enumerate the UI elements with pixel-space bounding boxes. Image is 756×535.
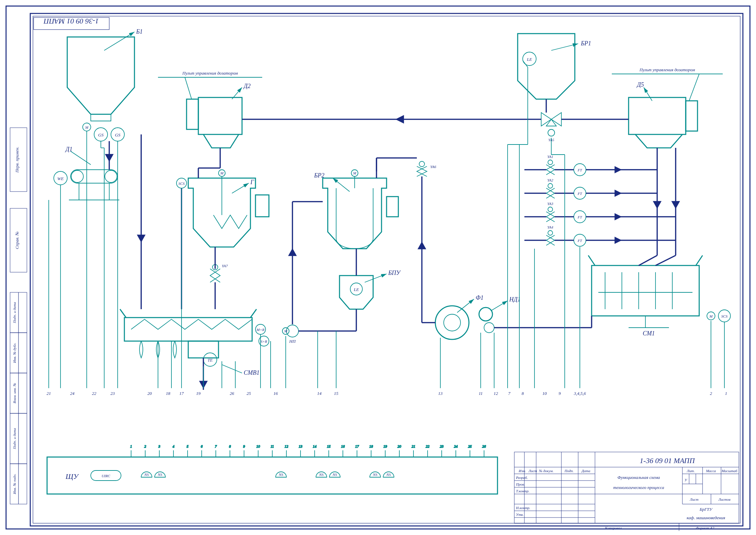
dosing-lines: YA1 YA2 YA3 YA4 FT FT FT FT	[546, 155, 586, 246]
svg-text:4: 4	[172, 444, 174, 448]
svg-point-23	[105, 170, 117, 182]
svg-text:16: 16	[341, 444, 345, 448]
svg-text:Д2: Д2	[243, 83, 250, 89]
wire-numbers: 21 24 22 23 20 18 17 19 26 25 16 14 15 1…	[47, 391, 727, 396]
svg-text:10: 10	[543, 391, 547, 396]
svg-text:11: 11	[479, 391, 483, 396]
svg-line-31	[551, 44, 578, 50]
valve-ya6: YA6	[417, 161, 436, 176]
svg-text:17: 17	[180, 391, 184, 396]
svg-text:БР2: БР2	[314, 172, 324, 179]
svg-line-69	[457, 299, 474, 313]
svg-text:NS: NS	[158, 472, 162, 477]
svg-text:FT: FT	[578, 239, 583, 243]
side-label: Подп. и дата	[12, 428, 16, 449]
svg-text:19: 19	[384, 444, 388, 448]
svg-text:2: 2	[144, 444, 146, 448]
svg-text:ЩУ: ЩУ	[65, 472, 79, 481]
svg-text:Масса: Масса	[706, 469, 716, 473]
svg-point-99	[286, 325, 299, 337]
svg-text:1: 1	[725, 391, 727, 396]
svg-text:Копировал: Копировал	[605, 526, 622, 530]
svg-text:11: 11	[271, 444, 274, 448]
svg-text:YA6: YA6	[430, 165, 436, 169]
svg-line-42	[185, 77, 192, 99]
svg-text:18: 18	[369, 444, 373, 448]
svg-text:НД1: НД1	[509, 296, 520, 303]
svg-text:M: M	[220, 171, 224, 175]
vessel-br2: M БР2	[314, 170, 398, 249]
svg-text:LE: LE	[353, 287, 359, 292]
svg-line-61	[333, 178, 350, 192]
svg-text:M: M	[284, 329, 287, 333]
svg-text:7: 7	[508, 391, 511, 396]
svg-text:БР1: БР1	[581, 40, 591, 47]
svg-text:22: 22	[426, 444, 430, 448]
filter-f1: Ф1	[435, 294, 483, 339]
side-label: Справ. №	[14, 232, 19, 249]
svg-text:YA3: YA3	[547, 202, 553, 206]
svg-text:Пульт управления дозатором: Пульт управления дозатором	[639, 67, 695, 72]
svg-text:каф. машиноведения: каф. машиноведения	[687, 515, 725, 520]
svg-text:Пров.: Пров.	[516, 482, 525, 486]
svg-text:20: 20	[398, 444, 402, 448]
svg-point-67	[435, 306, 469, 339]
side-label: Инв. № подл.	[12, 474, 16, 495]
svg-text:NS: NS	[386, 472, 391, 477]
svg-text:15: 15	[327, 444, 331, 448]
svg-text:Б1: Б1	[136, 28, 143, 35]
svg-text:Листов: Листов	[718, 497, 730, 501]
svg-text:UIRC: UIRC	[102, 474, 110, 478]
svg-line-73	[491, 301, 508, 311]
svg-text:25: 25	[247, 391, 251, 396]
svg-text:TE: TE	[207, 358, 212, 363]
svg-text:Д1: Д1	[65, 146, 72, 153]
svg-text:Лист: Лист	[689, 497, 699, 501]
valve-ya7: YA7	[210, 264, 228, 282]
svg-text:YA4: YA4	[547, 225, 553, 229]
svg-text:№ докум.: № докум.	[539, 469, 554, 473]
svg-text:Изм.: Изм.	[518, 469, 526, 473]
svg-rect-1	[30, 13, 743, 526]
svg-text:6: 6	[201, 444, 203, 448]
svg-text:14: 14	[317, 391, 322, 396]
svg-text:3,4,5,6: 3,4,5,6	[573, 391, 586, 396]
svg-line-12	[104, 32, 134, 50]
svg-text:15: 15	[334, 391, 339, 396]
svg-point-109	[548, 183, 553, 188]
svg-text:Утв.: Утв.	[516, 512, 524, 517]
svg-text:НП: НП	[289, 339, 296, 344]
svg-rect-34	[686, 101, 698, 131]
svg-text:GS: GS	[98, 132, 104, 137]
svg-text:23: 23	[440, 444, 444, 448]
control-panel-shu: ЩУ UIRC NS NS NS NS NS NS NS	[47, 457, 498, 494]
svg-text:14: 14	[313, 444, 317, 448]
svg-text:M: M	[85, 125, 88, 129]
hopper-b1: Б1	[67, 28, 143, 121]
svg-text:9: 9	[243, 444, 245, 448]
svg-text:2: 2	[710, 391, 712, 396]
side-label: Перв. примен.	[14, 147, 19, 173]
svg-rect-90	[188, 341, 218, 358]
svg-text:NS: NS	[144, 472, 149, 477]
doser-d5: Пульт управления дозатором Д5	[612, 67, 723, 148]
svg-text:M: M	[709, 314, 713, 318]
svg-text:25: 25	[468, 444, 472, 448]
svg-text:1-36 09 01 МАПП: 1-36 09 01 МАПП	[640, 456, 695, 465]
svg-rect-219	[47, 457, 498, 494]
svg-text:S+R: S+R	[261, 339, 267, 343]
hopper-bpu: LE БПУ	[340, 270, 401, 309]
svg-line-161	[639, 255, 657, 265]
svg-text:БрГТУ: БрГТУ	[699, 507, 713, 512]
svg-text:17: 17	[355, 444, 359, 448]
svg-text:26: 26	[230, 391, 235, 396]
svg-text:NS: NS	[319, 472, 324, 477]
svg-text:Ф1: Ф1	[476, 294, 483, 301]
svg-text:NS: NS	[332, 472, 337, 477]
svg-point-68	[444, 314, 461, 331]
svg-text:24: 24	[454, 444, 458, 448]
svg-text:Формат   А2: Формат А2	[696, 526, 714, 530]
svg-text:FT: FT	[578, 215, 583, 219]
svg-text:У: У	[684, 478, 687, 482]
svg-text:СМ1: СМ1	[643, 330, 655, 337]
